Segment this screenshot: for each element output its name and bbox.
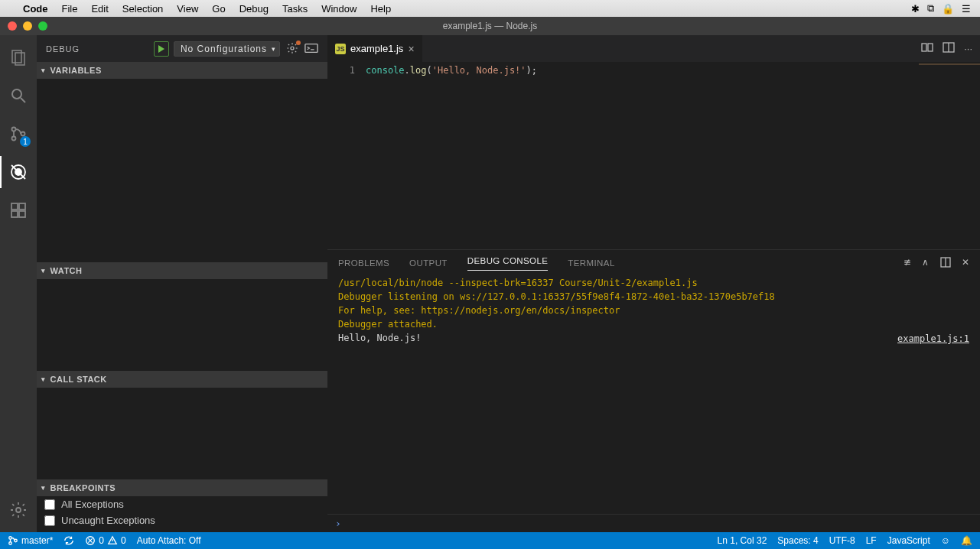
svg-point-25 [9, 542, 12, 545]
panel-tab-terminal[interactable]: TERMINAL [568, 258, 614, 268]
activity-scm[interactable]: 1 [0, 118, 37, 150]
console-line: /usr/local/bin/node --inspect-brk=16337 … [338, 276, 969, 290]
line-gutter: 1 [327, 62, 366, 249]
system-tray: ✱ ⧉ 🔒 ☰ [911, 2, 971, 15]
svg-point-5 [12, 137, 16, 141]
status-auto-attach[interactable]: Auto Attach: Off [137, 535, 201, 546]
start-debug-button[interactable] [154, 41, 169, 57]
panel-tab-debug-console[interactable]: DEBUG CONSOLE [467, 256, 549, 271]
svg-rect-10 [11, 203, 18, 210]
svg-point-14 [16, 508, 21, 512]
twisty-icon: ▾ [41, 484, 46, 492]
section-breakpoints-body: All Exceptions Uncaught Exceptions [37, 496, 327, 532]
section-breakpoints-header[interactable]: ▾BREAKPOINTS [37, 479, 327, 496]
dropbox-icon[interactable]: ⧉ [927, 2, 934, 15]
svg-point-16 [291, 47, 294, 50]
configure-gear-icon[interactable] [286, 42, 298, 56]
svg-line-3 [21, 98, 25, 102]
svg-point-24 [9, 537, 12, 540]
code-editor[interactable]: 1 console.log('Hello, Node.js!'); [327, 62, 980, 249]
menu-tasks[interactable]: Tasks [282, 3, 308, 15]
menu-go[interactable]: Go [212, 3, 225, 15]
tab-close-icon[interactable]: × [408, 43, 414, 55]
panel-maximize-icon[interactable] [940, 257, 951, 269]
scm-badge: 1 [20, 136, 31, 147]
activity-extensions[interactable] [0, 194, 37, 226]
debug-sidebar: DEBUG No Configurations ▾VARIABLES ▾WATC… [37, 35, 327, 532]
evernote-icon[interactable]: ✱ [911, 3, 920, 15]
editor-region: JS example1.js × ··· 1 console.log('Hell… [327, 35, 980, 532]
breakpoint-label: All Exceptions [61, 499, 124, 510]
status-eol[interactable]: LF [866, 535, 877, 546]
status-encoding[interactable]: UTF-8 [829, 535, 855, 546]
breakpoint-label: Uncaught Exceptions [61, 515, 155, 526]
section-variables-label: VARIABLES [50, 66, 102, 75]
line-number: 1 [327, 65, 355, 76]
twisty-icon: ▾ [41, 375, 46, 383]
activity-search[interactable] [0, 80, 37, 112]
activity-settings[interactable] [0, 494, 37, 526]
status-bell-icon[interactable]: 🔔 [961, 535, 972, 546]
panel-tab-output[interactable]: OUTPUT [409, 258, 448, 268]
twisty-icon: ▾ [41, 267, 46, 274]
debug-repl-input[interactable]: › [327, 514, 980, 532]
panel-close-icon[interactable]: ✕ [962, 257, 969, 269]
editor-tabs: JS example1.js × ··· [327, 35, 980, 62]
debug-config-select[interactable]: No Configurations [174, 41, 280, 57]
minimap[interactable] [919, 62, 980, 77]
status-sync[interactable] [63, 535, 74, 546]
javascript-file-icon: JS [335, 44, 346, 54]
compare-icon[interactable] [921, 41, 933, 56]
editor-tab[interactable]: JS example1.js × [327, 35, 423, 62]
window-titlebar: example1.js — Node.js [0, 17, 980, 35]
section-variables-body [37, 79, 327, 262]
status-indent[interactable]: Spaces: 4 [777, 535, 818, 546]
panel-tab-problems[interactable]: PROBLEMS [338, 258, 389, 268]
lock-icon[interactable]: 🔒 [942, 3, 954, 15]
code-content[interactable]: console.log('Hello, Node.js!'); [366, 62, 537, 249]
menu-help[interactable]: Help [370, 3, 391, 15]
svg-rect-17 [305, 44, 317, 52]
console-line: Debugger listening on ws://127.0.0.1:163… [338, 290, 969, 304]
breakpoint-checkbox[interactable] [44, 499, 55, 510]
menu-debug[interactable]: Debug [239, 3, 269, 15]
console-line: Debugger attached. [338, 317, 969, 331]
menu-extra-icon[interactable]: ☰ [962, 3, 971, 15]
activity-explorer[interactable] [0, 41, 37, 73]
breakpoint-checkbox[interactable] [44, 515, 55, 526]
section-callstack-header[interactable]: ▾CALL STACK [37, 371, 327, 388]
app-name[interactable]: Code [23, 3, 48, 15]
editor-actions: ··· [921, 35, 980, 62]
console-source-link[interactable]: example1.js:1 [897, 332, 969, 346]
section-variables-header[interactable]: ▾VARIABLES [37, 62, 327, 79]
menu-window[interactable]: Window [321, 3, 357, 15]
bottom-panel: PROBLEMS OUTPUT DEBUG CONSOLE TERMINAL ≡… [327, 249, 980, 532]
section-watch-body [37, 279, 327, 371]
status-problems[interactable]: 0 0 [85, 535, 125, 546]
menu-selection[interactable]: Selection [122, 3, 163, 15]
svg-point-6 [21, 132, 25, 136]
svg-point-2 [12, 89, 21, 99]
status-branch[interactable]: master* [8, 535, 53, 546]
activity-bar: 1 [0, 35, 37, 532]
breakpoint-row: Uncaught Exceptions [37, 512, 327, 528]
split-editor-icon[interactable] [943, 41, 955, 56]
debug-title: DEBUG [46, 44, 154, 54]
status-cursor[interactable]: Ln 1, Col 32 [718, 535, 767, 546]
svg-rect-11 [19, 203, 25, 210]
menu-view[interactable]: View [177, 3, 198, 15]
activity-debug[interactable] [0, 156, 37, 188]
debug-console-icon[interactable] [304, 43, 318, 55]
repl-prompt-icon: › [335, 518, 341, 529]
scroll-lock-icon[interactable]: ∧ [922, 257, 929, 269]
clear-console-icon[interactable]: ≢ [903, 257, 911, 269]
section-watch-header[interactable]: ▾WATCH [37, 262, 327, 279]
menu-file[interactable]: File [62, 3, 78, 15]
section-watch-label: WATCH [50, 266, 83, 275]
status-language[interactable]: JavaScript [887, 535, 930, 546]
status-feedback-icon[interactable]: ☺ [941, 535, 950, 546]
menu-edit[interactable]: Edit [91, 3, 108, 15]
more-icon[interactable]: ··· [964, 43, 972, 54]
debug-console-output[interactable]: /usr/local/bin/node --inspect-brk=16337 … [327, 276, 980, 514]
svg-point-9 [15, 169, 21, 175]
